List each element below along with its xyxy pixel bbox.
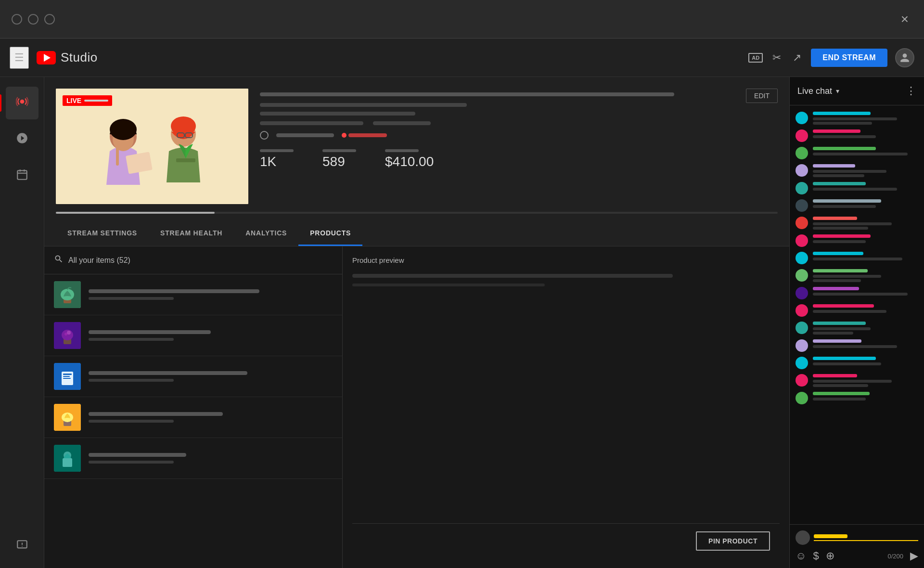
edit-button[interactable]: EDIT (746, 89, 778, 103)
live-icon (16, 95, 28, 111)
tabs-section: STREAM SETTINGS STREAM HEALTH ANALYTICS … (44, 221, 789, 246)
chat-input-actions: ☺ $ ⊕ 0/200 ▶ (796, 550, 918, 562)
chat-avatar (796, 112, 808, 124)
live-badge: LIVE (63, 95, 112, 106)
chat-msg-content (813, 164, 918, 177)
product-name-1 (89, 289, 259, 293)
chat-send-button[interactable]: ▶ (910, 550, 918, 562)
account-avatar[interactable] (895, 48, 914, 67)
stream-meta-bar-1 (260, 103, 467, 107)
scissors-button[interactable]: ✂ (770, 50, 783, 66)
super-chat-icon[interactable]: $ (813, 550, 819, 562)
svg-rect-21 (176, 158, 195, 162)
chat-avatar (796, 339, 808, 352)
product-name-5 (89, 453, 186, 457)
svg-point-7 (22, 546, 23, 547)
chat-avatar (796, 147, 808, 159)
progress-track (56, 212, 778, 214)
window-close-button[interactable]: × (901, 13, 909, 26)
calendar-icon (16, 168, 28, 184)
chat-msg-content (813, 147, 918, 155)
chat-text-bar (813, 188, 897, 191)
sidebar-item-calendar[interactable] (6, 160, 38, 193)
stream-meta-bar-2 (260, 112, 415, 116)
sidebar-item-feedback[interactable] (6, 535, 38, 568)
chat-message (790, 302, 924, 319)
chat-message (790, 109, 924, 127)
sidebar-item-camera[interactable] (6, 123, 38, 156)
chat-avatar (796, 392, 808, 404)
chat-title-area[interactable]: Live chat ▾ (797, 86, 839, 96)
end-stream-button[interactable]: END STREAM (811, 49, 887, 67)
products-list (44, 274, 342, 568)
product-item-5[interactable] (44, 438, 342, 479)
product-item-1[interactable] (44, 274, 342, 315)
chat-text-bar (813, 362, 881, 365)
sidebar-item-live[interactable] (6, 87, 38, 119)
product-item-3[interactable] (44, 356, 342, 397)
chat-avatar (796, 234, 808, 247)
product-preview-content (352, 274, 780, 523)
chat-msg-content (813, 234, 918, 243)
chat-text-bar (813, 240, 866, 243)
window-btn-minimize[interactable] (28, 14, 38, 25)
stream-row-indicators (260, 131, 778, 140)
share-button[interactable]: ↗ (791, 50, 803, 66)
product-item-2[interactable] (44, 315, 342, 356)
chat-username-bar (813, 164, 855, 168)
svg-point-0 (20, 100, 24, 104)
chat-username-bar (813, 252, 863, 255)
product-sub-1 (89, 297, 174, 300)
chat-msg-content (813, 217, 918, 230)
tab-stream-health[interactable]: STREAM HEALTH (149, 221, 234, 246)
chat-username-bar (813, 269, 868, 272)
emoji-icon[interactable]: ☺ (796, 550, 806, 562)
chat-username-bar (813, 374, 857, 377)
chat-msg-content (813, 199, 918, 208)
stream-info: EDIT (260, 89, 778, 173)
tab-stream-settings[interactable]: STREAM SETTINGS (56, 221, 149, 246)
window-btn-maximize[interactable] (44, 14, 55, 25)
pin-product-row: PIN PRODUCT (352, 523, 780, 558)
product-preview-title: Product preview (352, 256, 780, 264)
products-right-panel: Product preview PIN PRODUCT (343, 246, 789, 568)
sidebar-active-bar (0, 94, 1, 112)
menu-icon[interactable]: ☰ (10, 47, 29, 69)
chat-username-bar (813, 234, 871, 238)
chat-username-bar (813, 129, 860, 133)
chat-username-bar (813, 199, 881, 203)
chat-message (790, 232, 924, 249)
chat-more-icon[interactable]: ⋮ (906, 85, 916, 97)
product-item-4[interactable] (44, 397, 342, 438)
live-line (84, 100, 108, 102)
chat-text-bar (813, 153, 908, 155)
tab-analytics[interactable]: ANALYTICS (234, 221, 298, 246)
product-sub-3 (89, 379, 174, 382)
chat-message (790, 319, 924, 337)
svg-rect-39 (63, 458, 72, 467)
chat-text-bar (813, 227, 868, 230)
product-info-3 (89, 371, 333, 382)
pin-product-button[interactable]: PIN PRODUCT (696, 531, 770, 551)
svg-rect-32 (63, 374, 72, 375)
youtube-logo (37, 51, 56, 65)
tab-products[interactable]: PRODUCTS (298, 221, 362, 246)
search-label: All your items (52) (68, 256, 130, 265)
chat-text-bar (813, 327, 871, 330)
stream-meta-bar-4 (373, 121, 431, 125)
chat-avatar (796, 287, 808, 299)
live-indicator (342, 133, 387, 138)
product-info-5 (89, 453, 333, 464)
chat-header: Live chat ▾ ⋮ (790, 77, 924, 105)
chat-avatar (796, 217, 808, 229)
window-btn-close[interactable] (12, 14, 22, 25)
chat-msg-content (813, 112, 918, 125)
chat-avatar (796, 374, 808, 387)
add-icon[interactable]: ⊕ (826, 550, 834, 562)
chat-message (790, 127, 924, 144)
chat-text-bar (813, 174, 864, 177)
svg-rect-13 (116, 146, 119, 166)
chat-messages (790, 105, 924, 524)
chat-text-bar (813, 398, 866, 400)
content-area: LIVE (44, 77, 789, 568)
